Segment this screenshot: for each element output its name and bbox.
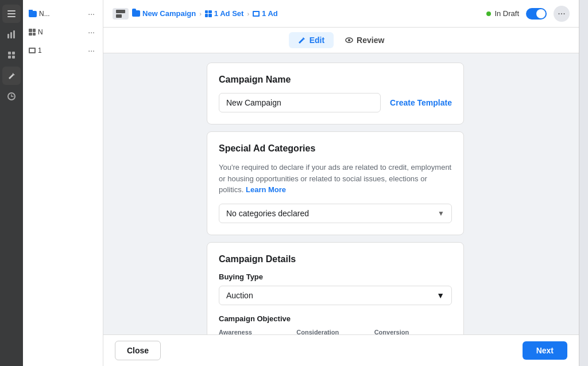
draft-dot: [486, 11, 491, 16]
buying-type-label: Buying Type: [219, 272, 452, 281]
nav-item-adset[interactable]: N ···: [23, 23, 103, 41]
review-eye-icon: [345, 36, 353, 44]
draft-toggle[interactable]: [526, 8, 547, 20]
form-area: Campaign Name Create Template Special Ad…: [103, 53, 579, 334]
consideration-column: Consideration Traffic Engagement App ins…: [296, 329, 374, 335]
edit-pencil-icon: [298, 36, 306, 44]
conversion-header: Conversion: [374, 329, 445, 335]
right-scrollbar: [579, 0, 588, 366]
svg-rect-3: [7, 34, 9, 38]
campaign-details-title: Campaign Details: [219, 254, 452, 264]
breadcrumb-sep-1: ›: [199, 10, 202, 17]
campaign-name-title: Campaign Name: [219, 75, 452, 85]
top-bar-right: In Draft ···: [486, 6, 570, 22]
svg-rect-2: [7, 16, 16, 17]
nav-item-ad[interactable]: 1 ···: [23, 41, 103, 60]
breadcrumb-folder-icon: [132, 10, 140, 17]
tab-review[interactable]: Review: [336, 32, 393, 48]
nav-folder-icon: [29, 11, 37, 17]
breadcrumb-ad[interactable]: 1 Ad: [253, 9, 278, 18]
special-ad-description: You're required to declare if your ads a…: [219, 162, 452, 196]
svg-rect-1: [7, 13, 16, 14]
tab-edit[interactable]: Edit: [289, 32, 334, 48]
svg-rect-0: [7, 10, 16, 11]
conversion-column: Conversion Conversions Catalog sales Sto…: [374, 329, 452, 335]
svg-rect-5: [13, 30, 15, 38]
breadcrumb-adset-icon: [205, 10, 212, 17]
campaign-name-card: Campaign Name Create Template: [207, 63, 464, 124]
top-bar: New Campaign › 1 Ad Set › 1 Ad In Draft …: [103, 0, 579, 28]
nav-more-campaign[interactable]: ···: [86, 8, 97, 20]
sidebar-hamburger-icon[interactable]: [2, 5, 21, 23]
nav-more-adset[interactable]: ···: [86, 26, 97, 38]
sidebar-grid-icon[interactable]: [2, 46, 21, 64]
svg-rect-13: [116, 10, 125, 13]
draft-label: In Draft: [494, 9, 519, 18]
chevron-down-icon: ▼: [438, 209, 444, 217]
consideration-header: Consideration: [296, 329, 367, 335]
special-ad-title: Special Ad Categories: [219, 143, 452, 154]
create-template-link[interactable]: Create Template: [390, 98, 452, 107]
close-button[interactable]: Close: [115, 341, 161, 360]
awareness-column: Awareness Brand awareness Reach: [219, 329, 296, 335]
nav-more-ad[interactable]: ···: [86, 45, 97, 56]
svg-rect-4: [10, 32, 12, 38]
campaign-objective-label: Campaign Objective: [219, 314, 452, 323]
breadcrumb-adset[interactable]: 1 Ad Set: [205, 9, 244, 18]
nav-rect-icon: [29, 48, 36, 53]
buying-type-chevron-icon: ▼: [436, 291, 444, 300]
left-sidebar: [0, 0, 23, 366]
learn-more-link[interactable]: Learn More: [246, 185, 286, 194]
breadcrumb: New Campaign › 1 Ad Set › 1 Ad: [113, 8, 278, 20]
nav-item-campaign[interactable]: N... ···: [23, 5, 103, 23]
svg-rect-9: [12, 56, 15, 59]
draft-status: In Draft: [486, 9, 519, 18]
edit-review-bar: Edit Review: [103, 28, 579, 53]
svg-rect-6: [8, 52, 11, 54]
nav-grid-icon: [29, 29, 36, 36]
bottom-bar: Close Next: [103, 334, 579, 366]
campaign-details-card: Campaign Details Buying Type Auction ▼ C…: [207, 242, 464, 335]
svg-rect-14: [116, 14, 122, 18]
objective-grid: Awareness Brand awareness Reach Consider…: [219, 329, 452, 335]
sidebar-pencil-icon[interactable]: [2, 67, 21, 85]
campaign-name-row: Create Template: [219, 93, 452, 112]
breadcrumb-ad-icon: [253, 11, 260, 17]
special-ad-dropdown[interactable]: No categories declared ▼: [219, 204, 452, 223]
sidebar-clock-icon[interactable]: [2, 87, 21, 106]
awareness-header: Awareness: [219, 329, 289, 335]
special-ad-card: Special Ad Categories You're required to…: [207, 131, 464, 235]
breadcrumb-campaign[interactable]: New Campaign: [132, 9, 196, 18]
buying-type-dropdown[interactable]: Auction ▼: [219, 286, 452, 305]
campaign-name-input[interactable]: [219, 93, 381, 112]
svg-rect-7: [12, 52, 15, 54]
breadcrumb-toggle[interactable]: [113, 8, 129, 20]
svg-point-16: [348, 39, 350, 41]
main-content: New Campaign › 1 Ad Set › 1 Ad In Draft …: [103, 0, 579, 366]
more-options-button[interactable]: ···: [554, 6, 570, 22]
svg-rect-8: [8, 56, 11, 59]
sidebar-chart-icon[interactable]: [2, 25, 21, 44]
next-button[interactable]: Next: [523, 341, 567, 360]
nav-panel: N... ··· N ··· 1 ···: [23, 0, 103, 366]
breadcrumb-sep-2: ›: [247, 10, 249, 17]
